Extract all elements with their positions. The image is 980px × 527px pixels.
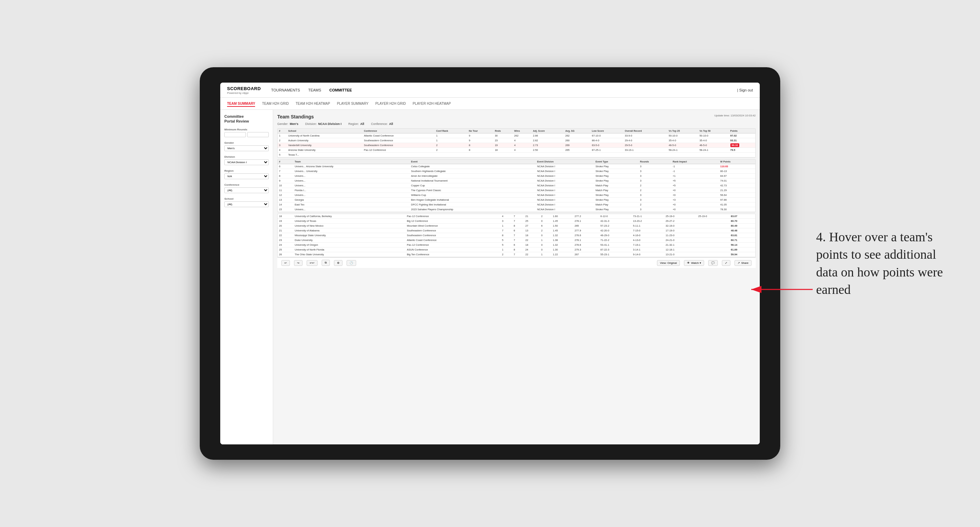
cell-points[interactable]: 61.89 (729, 248, 755, 252)
cell-points[interactable]: 56.14 (729, 243, 755, 248)
cell-points[interactable]: 48.48 (729, 229, 755, 233)
col-points: Points (729, 129, 755, 133)
cell-points[interactable]: 80.49 (729, 224, 755, 229)
nav-tournaments[interactable]: TOURNAMENTS (271, 87, 300, 94)
sign-out-link[interactable]: | Sign out (737, 88, 753, 92)
cell-vs50: 46-5-0 (698, 143, 729, 148)
cell-points[interactable]: 83.07 (729, 214, 755, 219)
exp-cell-points[interactable]: 110.63 (719, 164, 755, 169)
min-rounds-input-to[interactable] (247, 132, 269, 137)
table-row[interactable]: 22 Mississippi State University Southeas… (278, 233, 755, 238)
table-row[interactable]: 20 University of New Mexico Mountain Wes… (278, 224, 755, 229)
clock-button[interactable]: 🕐 (347, 260, 356, 266)
tab-team-summary[interactable]: TEAM SUMMARY (227, 100, 255, 107)
col-wins: Wins (513, 129, 532, 133)
exp-cell-div: NCAA Division I (536, 174, 594, 178)
comment-button[interactable]: 💬 (708, 260, 718, 266)
share-button[interactable]: ↗ Share (735, 260, 752, 266)
content-header: Team Standings Update time: 13/03/2024 1… (277, 114, 756, 119)
col-rank: # (278, 129, 287, 133)
exp-cell-points[interactable]: 56.64 (719, 193, 755, 198)
cell-vs50: 50-10-0 (698, 133, 729, 138)
table-row[interactable]: 21 University of Alabama Southeastern Co… (278, 229, 755, 233)
exp-cell-rounds: 2 (638, 202, 671, 207)
cell-school: Duke University (293, 238, 405, 243)
table-row[interactable]: 9 Univers... National Invitational Tourn… (278, 178, 755, 183)
nav-committee[interactable]: COMMITTEE (329, 87, 352, 94)
exp-cell-points[interactable]: 78.30 (719, 207, 755, 212)
table-row[interactable]: 19 University of Texas Big 12 Conference… (278, 219, 755, 224)
undo-button[interactable]: ↩ (282, 260, 290, 266)
cell-rank: 24 (278, 243, 293, 248)
settings-button[interactable]: ⚙ (334, 260, 342, 266)
table-row[interactable]: 25 University of North Florida ASUN Conf… (278, 248, 755, 252)
division-select[interactable]: NCAA Division I (224, 159, 269, 165)
table-row[interactable]: 5 Texas T... (278, 152, 755, 157)
table-row[interactable]: 18 University of California, Berkeley Pa… (278, 214, 755, 219)
table-row[interactable]: 7 Univers... University Southern Highlan… (278, 169, 755, 174)
cell-rnds: 19 (493, 143, 513, 148)
school-select[interactable]: (All) (224, 202, 269, 207)
exp-cell-points[interactable]: 97.86 (719, 198, 755, 202)
exp-cell-points[interactable]: 41.05 (719, 202, 755, 207)
cell-rnds: 30 (493, 133, 513, 138)
exp-cell-rank: +5 (671, 178, 719, 183)
exp-cell-div: NCAA Division I (536, 207, 594, 212)
region-filter-label: Region: (348, 122, 359, 125)
copy-button[interactable]: ⧉ (322, 260, 330, 266)
conference-label: Conference (224, 183, 269, 186)
table-row[interactable]: 8 Univers... Amer An Intercollegiate NCA… (278, 174, 755, 178)
cell-points[interactable]: 93.31 (729, 138, 755, 143)
exp-cell-points[interactable]: 42.73 (719, 183, 755, 188)
cell-points[interactable]: 80.70 (729, 219, 755, 224)
table-row[interactable]: 10 Univers... Copper Cup NCAA Division I… (278, 183, 755, 188)
expanded-detail-table: # Team Event Event Division Event Type R… (278, 159, 755, 212)
tab-player-h2h-heatmap[interactable]: PLAYER H2H HEATMAP (412, 100, 451, 107)
table-row[interactable]: 12 Univers... Williams Cup NCAA Division… (278, 193, 755, 198)
skip-button[interactable]: ↩↩ (307, 260, 318, 266)
table-row[interactable]: 23 Duke University Atlantic Coast Confer… (278, 238, 755, 243)
cell-points[interactable]: 90.32 (729, 143, 755, 148)
table-row[interactable]: 3 Vanderbilt University Southeastern Con… (278, 143, 755, 148)
exp-cell-points[interactable]: 74.01 (719, 178, 755, 183)
table-row[interactable]: 2 Auburn University Southeastern Confere… (278, 138, 755, 143)
cell-rank: 2 (278, 138, 287, 143)
table-row[interactable]: 15 Univers... 2023 Sahalee Players Champ… (278, 207, 755, 212)
table-row[interactable]: 24 University of Oregon Pac-12 Conferenc… (278, 243, 755, 248)
conference-select[interactable]: (All) (224, 187, 269, 193)
exp-cell-points[interactable]: 84.97 (719, 174, 755, 178)
cell-points[interactable]: 63.81 (729, 233, 755, 238)
cell-points[interactable]: 97.02 (729, 133, 755, 138)
division-filter-label: Division: (305, 122, 317, 125)
cell-points[interactable]: 79.5 (729, 148, 755, 152)
exp-cell: 10 (278, 183, 293, 188)
expand-button[interactable]: ⤢ (722, 260, 730, 266)
cell-rank: 26 (278, 252, 293, 257)
tab-team-h2h-heatmap[interactable]: TEAM H2H HEATMAP (296, 100, 330, 107)
cell-tours: 7 (512, 214, 524, 219)
cell-points[interactable]: 60.71 (729, 238, 755, 243)
tab-player-summary[interactable]: PLAYER SUMMARY (337, 100, 368, 107)
cell-points[interactable]: 59.94 (729, 252, 755, 257)
watch-button[interactable]: 👁 Watch ▾ (684, 260, 704, 266)
table-row[interactable]: 11 Florida I... The Cypress Point Classi… (278, 188, 755, 193)
gender-filter-value: Men's (290, 122, 298, 125)
exp-cell-points[interactable]: 80-13 (719, 169, 755, 174)
tab-player-h2h-grid[interactable]: PLAYER H2H GRID (375, 100, 406, 107)
table-row[interactable]: 4 Arizona State University Pac-12 Confer… (278, 148, 755, 152)
table-row[interactable]: 26 The Ohio State University Big Ten Con… (278, 252, 755, 257)
table-row[interactable]: 6 Univers... Arizona State University Ce… (278, 164, 755, 169)
cell-low: 87-25-1 (590, 148, 624, 152)
standings-table-container: # School Conference Conf Rank No Tour Rn… (277, 129, 756, 158)
region-select[interactable]: N/A (224, 173, 269, 179)
min-rounds-input-from[interactable] (224, 132, 246, 137)
view-button[interactable]: View: Original (657, 260, 680, 266)
table-row[interactable]: 13 Georgia Ben Hogan Collegiate Invitati… (278, 198, 755, 202)
exp-cell-points[interactable]: 21.29 (719, 188, 755, 193)
table-row[interactable]: 14 East Tex DFCC Fighting Illini Invitat… (278, 202, 755, 207)
gender-select[interactable]: Men's (224, 145, 269, 151)
nav-teams[interactable]: TEAMS (308, 87, 321, 94)
tab-team-h2h-grid[interactable]: TEAM H2H GRID (262, 100, 288, 107)
table-row[interactable]: 1 University of North Carolina Atlantic … (278, 133, 755, 138)
redo-button[interactable]: ↪ (294, 260, 302, 266)
